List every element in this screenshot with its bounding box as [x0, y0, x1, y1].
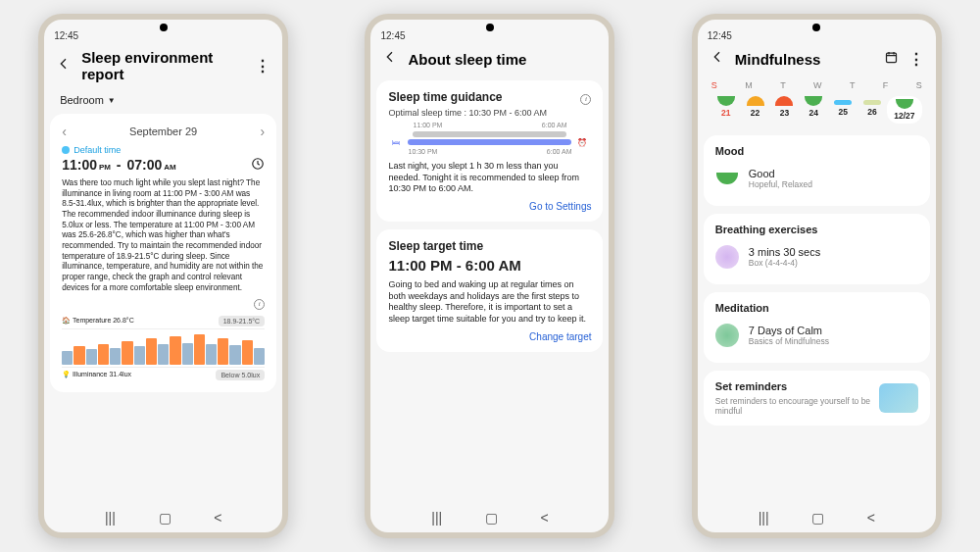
day-t1: T [780, 80, 786, 90]
prev-day[interactable]: ‹ [62, 124, 67, 139]
t2: 6:00 AM [542, 122, 567, 128]
med-value: 7 Days of Calm [749, 325, 829, 336]
today-pill[interactable]: 12/27 [887, 96, 922, 124]
more-icon[interactable]: ⋮ [255, 57, 270, 75]
temp-legend: 🏠 Temperature 26.8°C [62, 317, 134, 325]
reminders-card[interactable]: Set reminders Set reminders to encourage… [704, 371, 930, 426]
lux-label: Illuminance 31.4lux [73, 371, 131, 377]
breathing-card[interactable]: Breathing exercises 3 mins 30 secsBox (4… [704, 214, 930, 284]
day-s2: S [916, 80, 922, 90]
alarm-icon: ⏰ [577, 138, 587, 147]
dot-icon [62, 146, 70, 154]
breathing-icon [715, 245, 739, 269]
recents-button[interactable]: ||| [431, 510, 442, 526]
day-s1: S [711, 80, 717, 90]
calendar-icon[interactable] [884, 50, 899, 69]
navbar: ||| ▢ < [44, 503, 282, 532]
reminders-sub: Set reminders to encourage yourself to b… [715, 396, 871, 416]
target-card: Sleep target time 11:00 PM - 6:00 AM Goi… [376, 229, 603, 352]
breath-sub: Box (4-4-4-4) [749, 258, 820, 268]
mood-sub: Hopeful, Relaxed [749, 179, 812, 189]
t1: 11:00 PM [413, 122, 442, 128]
home-button[interactable]: ▢ [811, 510, 824, 526]
phone-3: 12:45 Mindfulness ⋮ S M T W T F S 21 22 … [692, 14, 942, 538]
header: About sleep time [370, 41, 609, 76]
target-desc: Going to bed and waking up at regular ti… [388, 279, 591, 326]
chart-bars[interactable] [62, 328, 265, 368]
screen-1: 12:45 Sleep environment report ⋮ Bedroom… [44, 20, 282, 532]
meditation-icon [715, 324, 739, 347]
guidance-desc: Last night, you slept 1 h 30 m less than… [388, 161, 591, 195]
mood-title: Mood [715, 145, 918, 157]
back-button[interactable]: < [867, 510, 875, 526]
info-icon[interactable]: i [254, 299, 265, 310]
description-text: Was there too much light while you slept… [62, 178, 265, 293]
more-icon[interactable]: ⋮ [908, 50, 924, 69]
change-target-link[interactable]: Change target [388, 331, 591, 342]
temp-range-badge: 18.9-21.5°C [219, 316, 265, 326]
main-card: ‹ September 29 › Default time 11:00 PM -… [50, 114, 276, 392]
d23: 23 [780, 108, 789, 118]
meditation-card[interactable]: Meditation 7 Days of CalmBasics of Mindf… [704, 292, 930, 363]
mood-good-icon [715, 167, 739, 190]
mood-week-row[interactable]: 21 22 23 24 25 26 12/27 [704, 94, 930, 131]
screen-3: 12:45 Mindfulness ⋮ S M T W T F S 21 22 … [698, 20, 936, 532]
recents-button[interactable]: ||| [105, 510, 116, 526]
page-title: Sleep environment report [81, 49, 245, 82]
start-ampm: PM [99, 163, 111, 172]
info-icon[interactable]: i [580, 94, 591, 105]
dash: - [113, 157, 124, 173]
clock: 12:45 [708, 30, 732, 41]
header: Mindfulness ⋮ [698, 41, 936, 76]
svg-rect-1 [886, 53, 896, 62]
bed-icon: 🛏 [392, 138, 400, 147]
time-chart: 11:00 PM6:00 AM 🛏 ⏰ 10:30 PM6:00 AM [388, 124, 591, 153]
phone-2: 12:45 About sleep time Sleep time guidan… [365, 14, 614, 538]
default-time-row: Default time [62, 145, 265, 155]
clock: 12:45 [54, 30, 78, 41]
room-dropdown[interactable]: Bedroom ▼ [50, 90, 276, 110]
back-icon[interactable] [382, 49, 398, 69]
sad-icon [775, 96, 793, 106]
home-button[interactable]: ▢ [485, 510, 498, 526]
home-button[interactable]: ▢ [159, 510, 172, 526]
bar-actual [413, 131, 566, 137]
chart-area: 🏠 Temperature 26.8°C 18.9-21.5°C [62, 316, 265, 380]
back-icon[interactable] [56, 56, 72, 75]
mood-card[interactable]: Mood GoodHopeful, Relaxed [704, 135, 930, 206]
meditation-title: Meditation [715, 302, 918, 314]
d21: 21 [721, 108, 730, 118]
t3: 10:30 PM [408, 148, 437, 155]
navbar: ||| ▢ < [370, 503, 609, 532]
weekday-row: S M T W T F S [704, 76, 930, 94]
back-button[interactable]: < [540, 510, 548, 526]
bar-optimal [408, 139, 571, 145]
day-f: F [883, 80, 889, 90]
back-button[interactable]: < [214, 510, 221, 526]
phone-1: 12:45 Sleep environment report ⋮ Bedroom… [38, 14, 288, 538]
d25: 25 [838, 107, 847, 117]
med-sub: Basics of Mindfulness [749, 336, 829, 346]
back-icon[interactable] [710, 49, 725, 69]
d27: 12/27 [894, 111, 914, 121]
next-day[interactable]: › [260, 124, 265, 139]
clock-icon[interactable] [251, 157, 265, 173]
recents-button[interactable]: ||| [759, 510, 769, 526]
screen-2: 12:45 About sleep time Sleep time guidan… [370, 20, 609, 532]
header: Sleep environment report ⋮ [44, 41, 282, 90]
breathing-title: Breathing exercises [715, 224, 918, 235]
camera-punch [812, 24, 820, 31]
t4: 6:00 AM [547, 148, 572, 155]
target-time: 11:00 PM - 6:00 AM [388, 257, 591, 274]
reminders-image [879, 383, 918, 413]
settings-link[interactable]: Go to Settings [388, 201, 591, 212]
page-title: Mindfulness [735, 51, 874, 68]
temp-label: Temperature 26.8°C [73, 317, 134, 324]
clock: 12:45 [380, 30, 405, 41]
navbar: ||| ▢ < [698, 503, 936, 532]
page-title: About sleep time [408, 51, 597, 68]
guidance-title: Sleep time guidance [388, 90, 502, 104]
lux-legend: 💡 Illuminance 31.4lux [62, 371, 131, 378]
lux-range-badge: Below 5.0lux [216, 370, 265, 380]
camera-punch [160, 24, 168, 31]
